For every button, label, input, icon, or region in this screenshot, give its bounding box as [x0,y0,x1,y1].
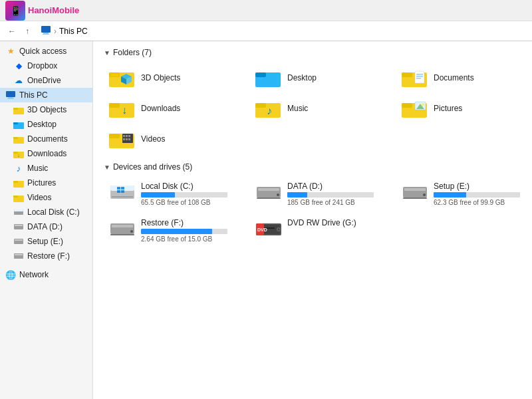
sidebar-label: Documents [27,134,68,144]
folder-pictures-label: Pictures [434,104,462,113]
sidebar-item-desktop[interactable]: Desktop [0,117,92,132]
folder-pic-icon [13,178,24,188]
svg-rect-0 [41,26,51,33]
sidebar: ★ Quick access ◆ Dropbox ☁ OneDrive This… [0,41,93,399]
drive-d-icon [13,221,24,232]
sidebar-item-pictures[interactable]: Pictures [0,176,92,190]
sidebar-item-restore-f[interactable]: Restore (F:) [0,249,92,263]
sidebar-item-3d-objects[interactable]: 3D Objects [0,102,92,117]
svg-rect-77 [112,225,133,227]
sidebar-item-downloads[interactable]: ↓ Downloads [0,146,92,161]
drive-d-info: DATA (D:) 185 GB free of 241 GB [287,182,374,206]
folder-videos-icon [109,128,136,150]
sidebar-item-local-c[interactable]: Local Disk (C:) [0,205,92,219]
drive-restore-f[interactable]: Restore (F:) 2.64 GB free of 15.0 GB [104,215,250,246]
drive-d-size: 185 GB free of 241 GB [287,199,374,206]
svg-rect-55 [123,135,125,137]
sidebar-label: Setup (E:) [27,237,63,246]
drive-c-info: Local Disk (C:) 65.5 GB free of 108 GB [141,182,227,206]
folder-dl-icon: ↓ [13,148,24,159]
svg-rect-58 [123,138,125,140]
drive-setup-e[interactable]: Setup (E:) 62.3 GB free of 99.9 GB [396,178,532,209]
main-layout: ★ Quick access ◆ Dropbox ☁ OneDrive This… [0,41,532,399]
folder-documents[interactable]: Documents [396,64,532,92]
folder-3d-icon [109,67,136,88]
svg-rect-75 [403,198,427,199]
svg-rect-34 [255,72,266,77]
folder-videos[interactable]: Videos [104,125,250,153]
breadcrumb-separator: › [54,27,57,36]
folder-downloads[interactable]: ↓ Downloads [104,94,250,122]
svg-rect-24 [15,239,23,241]
drive-c-bar [141,192,175,198]
svg-rect-16 [13,181,18,183]
svg-rect-9 [13,122,18,124]
folder-pictures[interactable]: Pictures [396,94,532,122]
svg-rect-53 [109,134,120,138]
sidebar-label: Local Disk (C:) [27,207,80,217]
svg-rect-57 [128,135,130,137]
sidebar-item-this-pc[interactable]: This PC [0,88,92,102]
sidebar-item-videos[interactable]: Videos [0,190,92,205]
drive-f-bar-container [141,229,227,234]
drive-f-icon [109,218,136,239]
drive-data-d[interactable]: DATA (D:) 185 GB free of 241 GB [250,178,396,209]
folder-music-icon: ♪ [13,163,24,174]
sidebar-item-data-d[interactable]: DATA (D:) [0,219,92,234]
drive-g-icon: DVD [255,218,282,239]
sidebar-label: Dropbox [27,61,57,70]
folder-downloads-icon: ↓ [109,98,136,119]
drive-c-icon [109,182,136,203]
svg-rect-7 [13,108,18,110]
breadcrumb[interactable]: › This PC [36,23,527,39]
svg-rect-22 [15,225,23,226]
sidebar-label: Restore (F:) [27,251,70,261]
drive-f-bar [141,229,212,234]
title-bar: 📱 HanoiMobile [0,0,532,21]
sidebar-item-dropbox[interactable]: ◆ Dropbox [0,59,92,73]
sidebar-item-onedrive[interactable]: ☁ OneDrive [0,73,92,88]
drive-e-bar [434,192,466,198]
svg-text:♪: ♪ [267,105,272,116]
folder-desktop[interactable]: Desktop [250,64,396,92]
drives-chevron: ▼ [104,164,110,171]
pc-icon-small [41,25,51,37]
address-bar: ← ↑ › This PC [0,21,532,41]
drive-e-info: Setup (E:) 62.3 GB free of 99.9 GB [434,182,520,206]
folder-3d-objects[interactable]: 3D Objects [104,64,250,92]
sidebar-item-setup-e[interactable]: Setup (E:) [0,234,92,249]
drives-section-header[interactable]: ▼ Devices and drives (5) [104,162,521,172]
svg-rect-63 [117,187,120,190]
drive-g-name: DVD RW Drive (G:) [287,218,356,227]
sidebar-label: Videos [27,193,51,202]
folder-doc-icon [13,134,24,144]
folder-music[interactable]: ♪ Music [250,94,396,122]
up-button[interactable]: ↑ [23,25,32,37]
drive-local-c[interactable]: Local Disk (C:) 65.5 GB free of 108 GB [104,178,250,209]
drives-grid: Local Disk (C:) 65.5 GB free of 108 GB [104,178,521,246]
drive-d-bar [287,192,307,198]
sidebar-label: Music [27,164,48,173]
folder-documents-icon [402,67,428,88]
sidebar-label: Quick access [19,47,66,56]
folder-documents-label: Documents [434,73,474,82]
folders-chevron: ▼ [104,49,110,57]
content-area: ▼ Folders (7) 3D Objects [93,41,532,399]
sidebar-item-music[interactable]: ♪ Music [0,161,92,176]
sidebar-item-network[interactable]: 🌐 Network [0,267,92,282]
drive-d-name: DATA (D:) [287,182,374,191]
svg-rect-73 [404,188,426,191]
sidebar-item-documents[interactable]: Documents [0,132,92,146]
folders-section-header[interactable]: ▼ Folders (7) [104,48,521,57]
svg-rect-38 [416,74,423,75]
sidebar-label: Downloads [27,149,66,158]
svg-rect-79 [110,234,134,235]
drive-dvd-g[interactable]: DVD DVD RW Drive (G:) [250,215,396,246]
back-button[interactable]: ← [5,25,19,37]
dropbox-icon: ◆ [13,61,24,71]
cloud-icon: ☁ [13,75,24,86]
sidebar-item-quick-access[interactable]: ★ Quick access [0,44,92,59]
sidebar-label: Pictures [27,178,56,188]
svg-rect-45 [255,103,266,108]
svg-text:↓: ↓ [122,104,127,116]
